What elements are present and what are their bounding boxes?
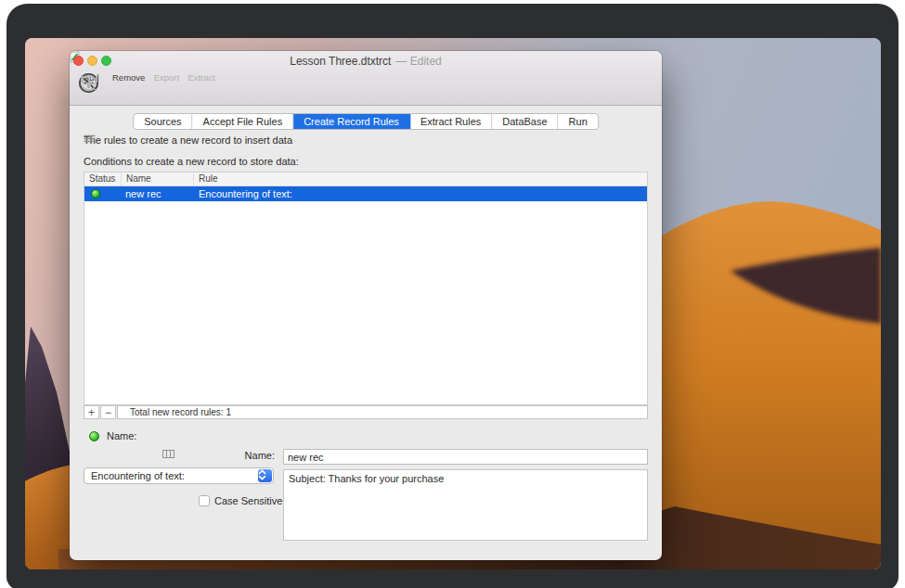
minimize-button[interactable] bbox=[87, 56, 97, 66]
conditions-label: Conditions to create a new record to sto… bbox=[84, 156, 299, 167]
record-rules-table: Status Name Rule new rec Encountering of… bbox=[84, 172, 648, 405]
column-header-status[interactable]: Status bbox=[84, 173, 122, 185]
screenshot-stage: Lesson Three.dtxtrct — Edited Add bbox=[0, 0, 905, 588]
rule-text-input[interactable]: Subject: Thanks for your purchase bbox=[283, 469, 648, 541]
tab-sources[interactable]: Sources bbox=[134, 114, 192, 129]
detail-status-led-icon bbox=[89, 431, 99, 441]
case-sensitive-checkbox[interactable] bbox=[199, 495, 210, 506]
remove-toolbar-button[interactable]: Remove bbox=[112, 72, 145, 83]
desktop: Lesson Three.dtxtrct — Edited Add bbox=[25, 38, 881, 569]
name-field-label-row: Name: bbox=[162, 450, 275, 461]
export-label: Export bbox=[154, 72, 179, 83]
zoom-button[interactable] bbox=[101, 56, 111, 66]
table-columns-icon bbox=[162, 450, 175, 458]
export-toolbar-button[interactable]: Export bbox=[153, 72, 179, 83]
toolbar: Add Remove bbox=[78, 72, 215, 83]
tab-run[interactable]: Run bbox=[559, 114, 598, 129]
remove-label: Remove bbox=[112, 72, 145, 83]
rules-list-icon bbox=[84, 134, 96, 144]
popup-stepper-icon bbox=[258, 469, 272, 482]
window-edited-state: — Edited bbox=[395, 55, 441, 68]
extract-toolbar-button[interactable]: Extract bbox=[187, 72, 215, 83]
extract-icon bbox=[78, 72, 99, 94]
close-button[interactable] bbox=[73, 56, 84, 66]
tab-database[interactable]: DataBase bbox=[492, 114, 558, 129]
traffic-lights bbox=[73, 56, 111, 66]
window-chrome: Lesson Three.dtxtrct — Edited Add bbox=[70, 51, 662, 106]
table-footer: + − Total new record rules: 1 bbox=[84, 405, 648, 419]
rule-type-selected-value: Encountering of text: bbox=[91, 470, 185, 481]
tab-accept-file-rules[interactable]: Accept File Rules bbox=[193, 114, 294, 129]
rule-type-popup[interactable]: Encountering of text: bbox=[84, 467, 274, 484]
detail-section-header: Name: bbox=[89, 430, 136, 441]
tab-create-record-rules[interactable]: Create Record Rules bbox=[293, 114, 410, 129]
case-sensitive-label: Case Sensitive bbox=[214, 495, 282, 506]
row-rule-cell: Encountering of text: bbox=[194, 188, 647, 199]
column-header-name[interactable]: Name bbox=[122, 173, 194, 185]
add-rule-button[interactable]: + bbox=[84, 405, 99, 419]
app-window: Lesson Three.dtxtrct — Edited Add bbox=[70, 51, 662, 560]
status-led-icon bbox=[91, 189, 100, 198]
rules-description-row: The rules to create a new record to inse… bbox=[84, 134, 292, 146]
titlebar: Lesson Three.dtxtrct — Edited bbox=[70, 51, 662, 71]
column-header-rule[interactable]: Rule bbox=[194, 173, 647, 185]
extract-label: Extract bbox=[187, 72, 215, 83]
rules-description: The rules to create a new record to inse… bbox=[84, 134, 292, 146]
rules-count-summary: Total new record rules: 1 bbox=[117, 405, 648, 419]
row-name-cell: new rec bbox=[122, 188, 194, 199]
remove-rule-button[interactable]: − bbox=[100, 405, 116, 419]
table-row[interactable]: new rec Encountering of text: bbox=[84, 186, 647, 201]
window-title: Lesson Three.dtxtrct bbox=[290, 55, 391, 68]
name-field-label: Name: bbox=[245, 450, 275, 461]
name-input[interactable] bbox=[283, 449, 648, 465]
table-header: Status Name Rule bbox=[84, 173, 647, 186]
tab-bar: Sources Accept File Rules Create Record … bbox=[133, 113, 599, 130]
tab-extract-rules[interactable]: Extract Rules bbox=[410, 114, 492, 129]
row-status-cell bbox=[84, 189, 122, 198]
detail-section-label: Name: bbox=[107, 430, 136, 441]
case-sensitive-row: Case Sensitive bbox=[199, 495, 282, 506]
